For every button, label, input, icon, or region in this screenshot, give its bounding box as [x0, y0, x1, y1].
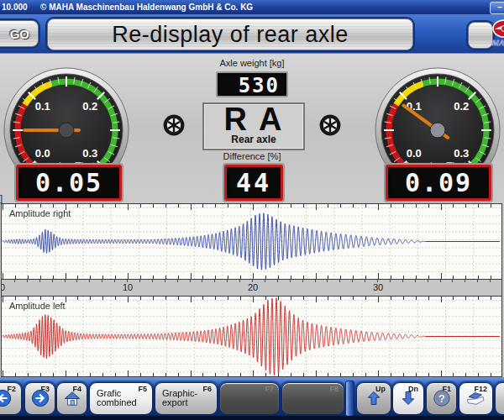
button-label: Graphic- export: [162, 389, 197, 407]
arrow-right-circle-icon: [31, 389, 50, 411]
axle-code: RA: [204, 104, 303, 134]
amplitude-left-waveform: [2, 297, 501, 376]
svg-text:0.3: 0.3: [82, 147, 97, 160]
amplitude-right-waveform: [2, 204, 501, 279]
f1-help-button[interactable]: F1 ?: [426, 382, 457, 415]
damping-theta-right-display: 0.09: [386, 165, 491, 201]
x-axis-label: 30: [373, 282, 383, 292]
svg-text:0.2: 0.2: [454, 100, 469, 113]
fkey-label: F7: [265, 385, 274, 393]
axle-weight-display: 530: [216, 71, 288, 97]
fkey-label: F6: [202, 385, 212, 393]
go-button[interactable]: GO: [0, 20, 39, 47]
difference-label: Difference [%]: [168, 151, 336, 161]
damping-theta-left-display: 0.05: [16, 165, 122, 201]
grafic-combined-button[interactable]: F5 Grafic combined: [89, 382, 153, 415]
chart-title: Amplitude right: [9, 208, 71, 218]
arrow-up-icon: [365, 390, 382, 410]
button-label: Grafic combined: [97, 389, 137, 407]
arrow-down-icon: [400, 390, 417, 410]
f4-button[interactable]: F4: [56, 382, 87, 415]
help-icon: ?: [433, 389, 451, 411]
f7-button-disabled: F7: [219, 382, 280, 415]
difference-display: 44: [224, 165, 283, 201]
axle-indicator-box: RA Rear axle: [202, 102, 305, 150]
svg-text:0.3: 0.3: [454, 147, 469, 160]
axle-weight-label: Axle weight [kg]: [168, 58, 336, 68]
x-axis-label: 10: [123, 282, 133, 292]
arrow-left-circle-icon: [0, 389, 12, 411]
copyright-text: © MAHA Maschinenbau Haldenwang GmbH & Co…: [40, 0, 253, 14]
x-axis-label: 20: [248, 282, 258, 292]
window-titlebar: 10.000 © MAHA Maschinenbau Haldenwang Gm…: [0, 0, 504, 14]
svg-text:?: ?: [438, 392, 445, 405]
graphic-export-button[interactable]: F6 Graphic- export: [155, 382, 218, 415]
function-key-toolbar: F2 F3 F4 F5 Grafic combined F6 Graphic- …: [0, 377, 504, 420]
fkey-label: F5: [138, 385, 147, 393]
home-icon: [63, 390, 81, 410]
amplitude-right-chart: Amplitude right: [1, 203, 502, 280]
svg-text:0.0: 0.0: [35, 147, 50, 160]
damping-gauge-left: 0.00.10.20.3Damping Theta: [3, 66, 130, 165]
f12-print-button[interactable]: F12: [459, 382, 493, 415]
wheel-icon: [163, 114, 185, 136]
f3-button[interactable]: F3: [24, 382, 55, 415]
damping-gauge-right: 0.00.10.20.3Damping Theta: [374, 66, 501, 165]
app-version: 10.000: [2, 0, 28, 14]
wheel-icon: [319, 114, 341, 136]
svg-text:0.0: 0.0: [407, 147, 422, 160]
up-button[interactable]: Up: [356, 382, 391, 415]
f2-button[interactable]: F2: [0, 382, 22, 415]
maha-logo-icon: MAHA: [491, 19, 504, 50]
minimize-button[interactable]: –: [490, 2, 504, 14]
f8-button-disabled: F8: [281, 382, 344, 415]
instrument-panel: Axle weight [kg] 530 RA Rear axle Differ…: [0, 53, 504, 204]
fkey-label: F8: [329, 385, 339, 393]
printer-icon: [465, 390, 487, 410]
clipped-unit-bracket: ]: [0, 193, 3, 203]
page-title: Re-display of rear axle: [112, 22, 349, 47]
page-title-plate: Re-display of rear axle: [47, 18, 413, 50]
svg-text:0.1: 0.1: [35, 100, 50, 113]
clipped-edge-button[interactable]: [495, 382, 504, 415]
svg-text:0.2: 0.2: [82, 100, 97, 113]
maha-app-window: 10.000 © MAHA Maschinenbau Haldenwang Gm…: [0, 0, 504, 420]
amplitude-left-chart: Amplitude left: [1, 296, 502, 377]
down-button[interactable]: Dn: [392, 382, 424, 415]
toolbar-bottom-strip: [0, 416, 504, 420]
x-axis-label: 0: [1, 282, 5, 292]
header-side-plate: [468, 22, 493, 49]
shared-x-axis: 0102030: [1, 280, 502, 296]
toolbar-divider: [345, 381, 354, 417]
svg-text:MAHA: MAHA: [492, 38, 504, 47]
header-band: GO Re-display of rear axle MAHA: [0, 14, 504, 53]
chart-title: Amplitude left: [9, 301, 66, 311]
